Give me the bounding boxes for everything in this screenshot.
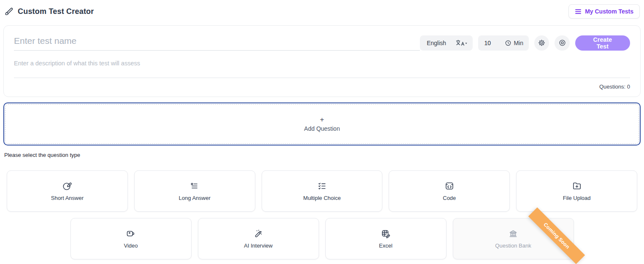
question-type-label: Video — [124, 242, 138, 249]
question-type-card-ai-interview[interactable]: AI Interview — [198, 218, 319, 259]
duration-control: Min — [478, 35, 529, 51]
test-description-input[interactable] — [14, 59, 630, 78]
preview-icon — [558, 39, 566, 47]
translate-icon — [455, 40, 468, 46]
add-question-dropzone[interactable]: + Add Question — [3, 102, 641, 145]
question-type-card-long-answer[interactable]: Long Answer — [134, 170, 255, 212]
question-type-card-question-bank: Question Bank Coming Soon — [453, 218, 574, 259]
page-title: Custom Test Creator — [18, 7, 94, 16]
duration-unit-wrap: Min — [505, 40, 523, 46]
language-value: English — [427, 40, 446, 46]
add-question-label: Add Question — [304, 125, 340, 132]
question-type-label: AI Interview — [244, 242, 273, 249]
coming-soon-ribbon: Coming Soon — [528, 207, 584, 264]
top-bar: Custom Test Creator My Custom Tests — [0, 0, 644, 19]
question-type-prompt: Please select the question type — [4, 152, 644, 158]
question-type-card-multiple-choice[interactable]: Multiple Choice — [262, 170, 383, 212]
duration-input[interactable] — [484, 39, 495, 47]
brush-icon — [4, 7, 14, 16]
settings-button[interactable] — [534, 35, 549, 51]
form-controls: English Min — [420, 35, 630, 51]
question-type-label: Excel — [379, 242, 392, 249]
create-test-button[interactable]: Create Test — [575, 35, 630, 51]
my-custom-tests-label: My Custom Tests — [585, 8, 633, 15]
question-type-card-short-answer[interactable]: Short Answer — [7, 170, 128, 212]
code-icon — [444, 181, 455, 191]
file-upload-icon — [572, 181, 582, 191]
long-answer-icon — [189, 181, 200, 191]
duration-unit-label: Min — [514, 40, 523, 46]
clock-icon — [505, 40, 511, 46]
hamburger-icon — [575, 9, 582, 14]
language-selector[interactable]: English — [420, 35, 472, 51]
form-row-name: English Min — [14, 35, 630, 51]
question-type-row-1: Short Answer Long Answer Multiple Choice… — [0, 170, 644, 212]
question-type-card-code[interactable]: Code — [389, 170, 510, 212]
preview-button[interactable] — [555, 35, 569, 51]
question-type-label: Long Answer — [179, 195, 211, 201]
test-name-input[interactable] — [14, 35, 420, 51]
question-type-label: Short Answer — [51, 195, 84, 201]
plus-icon: + — [320, 116, 324, 123]
test-form-card: English Min — [3, 25, 641, 97]
questions-count: Questions: 0 — [14, 84, 630, 90]
question-bank-icon — [508, 229, 518, 239]
question-type-card-file-upload[interactable]: File Upload — [516, 170, 637, 212]
ai-interview-icon — [253, 229, 263, 239]
excel-icon — [381, 229, 391, 239]
video-icon — [126, 229, 136, 239]
question-type-row-2: Video AI Interview Excel — [0, 218, 644, 259]
question-type-label: Multiple Choice — [303, 195, 341, 201]
add-question-inner: + Add Question — [5, 104, 639, 144]
question-type-label: File Upload — [563, 195, 591, 201]
question-type-label: Question Bank — [495, 242, 531, 249]
short-answer-icon — [62, 181, 72, 191]
question-type-label: Code — [443, 195, 456, 201]
question-type-card-video[interactable]: Video — [70, 218, 192, 259]
my-custom-tests-button[interactable]: My Custom Tests — [568, 4, 640, 19]
question-type-card-excel[interactable]: Excel — [325, 218, 446, 259]
multiple-choice-icon — [317, 181, 327, 191]
gear-icon — [538, 39, 546, 47]
title-wrap: Custom Test Creator — [4, 7, 94, 16]
